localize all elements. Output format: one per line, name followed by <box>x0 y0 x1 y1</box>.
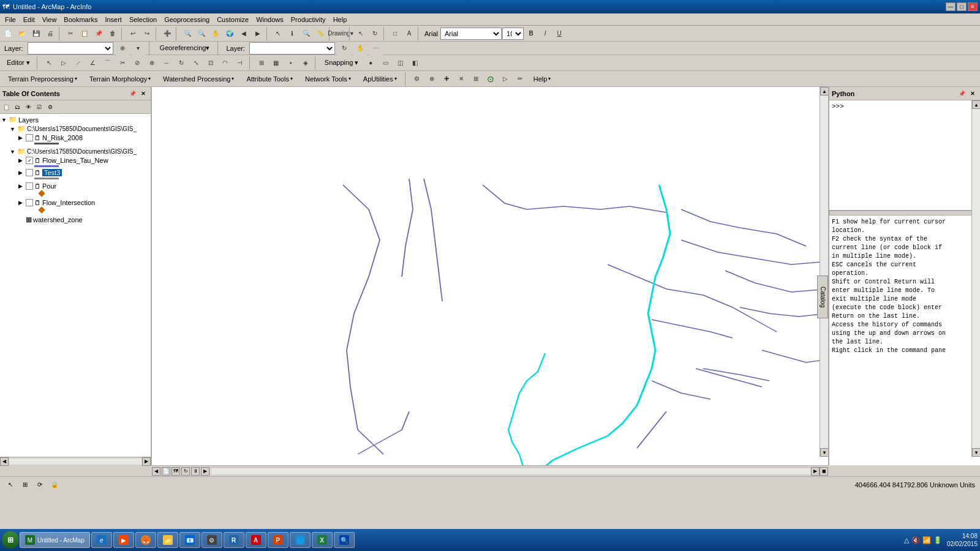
snap-vertex-btn[interactable]: ◫ <box>393 56 407 70</box>
snap-edge-btn[interactable]: ▭ <box>379 56 392 70</box>
python-scrollbar-v[interactable]: ▲ ▼ <box>971 100 980 457</box>
taskbar-r[interactable]: R <box>224 532 244 548</box>
edit-btn14[interactable]: ⊞ <box>255 56 268 70</box>
custom-btn3[interactable]: ✚ <box>440 72 453 86</box>
status-btn2[interactable]: ⊞ <box>20 479 31 490</box>
toc-scroll-track[interactable] <box>9 459 141 465</box>
toc-group1[interactable]: ▼ 📁 C:\Users\s175850\Documents\GIS\GIS_ <box>10 124 149 133</box>
taskbar-excel[interactable]: X <box>312 532 333 548</box>
georef-rotate-btn[interactable]: ↻ <box>337 42 351 55</box>
map-scroll-right[interactable]: ▶ <box>811 467 820 476</box>
toc-list-btn[interactable]: 📋 <box>1 102 11 112</box>
cut-btn[interactable]: ✂ <box>64 27 77 40</box>
clock-display[interactable]: 14:08 02/02/2015 <box>947 532 978 548</box>
edit-tool-btn[interactable]: ↖ <box>42 56 56 70</box>
map-scroll-up[interactable]: ▲ <box>820 87 828 96</box>
map-pause-btn[interactable]: ⏸ <box>191 467 200 476</box>
python-scroll-up[interactable]: ▲ <box>972 100 980 109</box>
edit-scale-btn[interactable]: ⤡ <box>189 56 203 70</box>
layer-btn1[interactable]: ⊕ <box>116 42 129 55</box>
test3-checkbox[interactable] <box>26 169 33 176</box>
full-extent-btn[interactable]: 🌍 <box>223 27 236 40</box>
edit-node-btn[interactable]: ⊡ <box>204 56 217 70</box>
toc-layer-watershed-zone[interactable]: ▦ watershed_zone <box>18 215 149 224</box>
bold-btn[interactable]: B <box>524 27 538 40</box>
map-scroll-down[interactable]: ▼ <box>820 448 828 457</box>
status-btn1[interactable]: ↖ <box>5 479 16 490</box>
snapping-btn[interactable]: Snapping ▾ <box>320 57 363 69</box>
toc-scroll-left[interactable]: ◀ <box>0 457 9 466</box>
edit-trace-btn[interactable]: ⌒ <box>101 56 115 70</box>
toc-pin-btn[interactable]: 📌 <box>127 89 137 99</box>
print-btn[interactable]: 🖨 <box>43 27 57 40</box>
edit-vertex-btn[interactable]: ▷ <box>57 56 70 70</box>
delete-btn[interactable]: 🗑 <box>106 27 119 40</box>
map-scrollbar-v[interactable]: ▲ ▼ <box>820 87 828 457</box>
taskbar-app6[interactable]: ⚙ <box>202 532 222 548</box>
identify-btn[interactable]: ℹ <box>285 27 299 40</box>
custom-btn1[interactable]: ⚙ <box>410 72 424 86</box>
edit-cut-btn[interactable]: ⊘ <box>130 56 144 70</box>
toc-layer-n-risk[interactable]: ▶ 🗒 N_Risk_2008 <box>18 133 149 142</box>
add-data-btn[interactable]: ➕ <box>160 27 174 40</box>
zoom-out-btn[interactable]: 🔍 <box>195 27 208 40</box>
start-button[interactable]: ⊞ <box>2 531 18 549</box>
edit-btn16[interactable]: ▪ <box>284 56 298 70</box>
taskbar-app10[interactable]: 🌐 <box>290 532 311 548</box>
minimize-button[interactable]: — <box>946 2 956 11</box>
toc-scroll-right[interactable]: ▶ <box>142 457 151 466</box>
toc-sel-btn[interactable]: ☑ <box>34 102 44 112</box>
open-btn[interactable]: 📂 <box>15 27 29 40</box>
tray-icon3[interactable]: 📶 <box>922 536 931 544</box>
menu-edit[interactable]: Edit <box>20 15 39 24</box>
watershed-processing-btn[interactable]: Watershed Processing ▾ <box>157 73 239 84</box>
font-select[interactable]: Arial <box>440 28 502 40</box>
italic-btn[interactable]: I <box>538 27 552 40</box>
undo-btn[interactable]: ↩ <box>126 27 140 40</box>
edit-merge-btn[interactable]: ⊕ <box>145 56 159 70</box>
menu-help[interactable]: Help <box>330 15 351 24</box>
map-layout-btn[interactable]: 📄 <box>162 467 170 476</box>
custom-cursor-btn[interactable]: ⊙ <box>484 72 497 86</box>
custom-btn6[interactable]: ▷ <box>499 72 512 86</box>
status-btn3[interactable]: ⟳ <box>34 479 45 490</box>
terrain-preprocessing-btn[interactable]: Terrain Preprocessing ▾ <box>2 73 83 84</box>
map-vscroll-track[interactable] <box>820 96 828 448</box>
layer2-select[interactable] <box>249 42 335 54</box>
python-vscroll-track[interactable] <box>972 109 980 448</box>
toc-layer-pour[interactable]: ▶ 🗒 Pour <box>18 182 149 190</box>
redo-btn[interactable]: ↪ <box>140 27 154 40</box>
taskbar-explorer[interactable]: 📁 <box>157 532 178 548</box>
taskbar-acrobat[interactable]: A <box>246 532 266 548</box>
help-btn[interactable]: Help ▾ <box>528 73 557 84</box>
find-btn[interactable]: 🔍 <box>300 27 313 40</box>
toc-vis-btn[interactable]: 👁 <box>23 102 33 112</box>
menu-insert[interactable]: Insert <box>101 15 126 24</box>
ap-utilities-btn[interactable]: ApUtilities ▾ <box>358 73 402 84</box>
network-tools-btn[interactable]: Network Tools ▾ <box>300 73 356 84</box>
custom-btn5[interactable]: ⊞ <box>469 72 483 86</box>
back-extent-btn[interactable]: ◀ <box>237 27 251 40</box>
custom-edit-btn[interactable]: ✏ <box>513 72 527 86</box>
snap-end-btn[interactable]: ◧ <box>408 56 421 70</box>
georef-btn[interactable]: Georeferencing▾ <box>156 42 214 54</box>
toc-scrollbar-h[interactable]: ◀ ▶ <box>0 457 151 465</box>
toc-options-btn[interactable]: ⚙ <box>45 102 55 112</box>
edit-btn17[interactable]: ◈ <box>299 56 312 70</box>
pointer-btn[interactable]: ↖ <box>354 27 368 40</box>
tray-icon4[interactable]: 🔋 <box>933 536 942 544</box>
toc-source-btn[interactable]: 🗂 <box>12 102 22 112</box>
forward-extent-btn[interactable]: ▶ <box>251 27 265 40</box>
map-refresh-btn[interactable]: ↻ <box>181 467 190 476</box>
rotate-btn[interactable]: ↻ <box>368 27 382 40</box>
python-close-btn[interactable]: ✕ <box>968 89 978 99</box>
map-hscroll-track[interactable] <box>211 468 810 474</box>
custom-btn4[interactable]: ✕ <box>454 72 468 86</box>
edit-angle-btn[interactable]: ∠ <box>86 56 100 70</box>
toc-close-btn[interactable]: ✕ <box>138 89 148 99</box>
taskbar-arcmap[interactable]: M Untitled - ArcMap <box>20 532 90 548</box>
terrain-morphology-btn[interactable]: Terrain Morphology ▾ <box>84 73 156 84</box>
snap-point-btn[interactable]: ● <box>364 56 377 70</box>
taskbar-outlook[interactable]: 📧 <box>179 532 200 548</box>
map-scroll-left[interactable]: ◀ <box>152 467 160 476</box>
